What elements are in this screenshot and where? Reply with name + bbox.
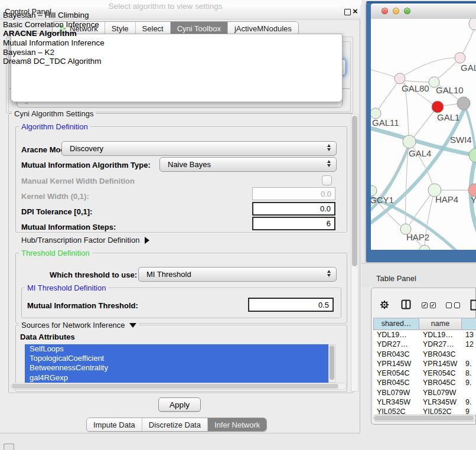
mi-steps-field[interactable]: 6: [252, 217, 335, 230]
table-cell: YBR043C: [373, 350, 419, 359]
mi-threshold-group-title: MI Threshold Definition: [25, 283, 108, 292]
tab-infer-network[interactable]: Infer Network: [207, 418, 266, 431]
gear-icon[interactable]: [380, 300, 389, 309]
algorithm-option-bayesian-k2[interactable]: Bayesian – K2: [2, 48, 474, 57]
tab-label: Discretize Data: [149, 419, 201, 431]
network-node-swi4[interactable]: [469, 148, 476, 162]
network-edge: [414, 111, 434, 137]
table-cell: YPR145W: [373, 359, 419, 369]
aracne-mode-value: Discovery: [70, 144, 103, 153]
columns-icon[interactable]: [401, 299, 411, 309]
mi-threshold-label: Mutual Information Threshold:: [27, 301, 138, 310]
algorithm-option-mutual-information-inference[interactable]: Mutual Information Inference: [2, 38, 474, 48]
node-label-gal4: GAL4: [409, 148, 431, 158]
network-node-gal80[interactable]: [395, 73, 405, 84]
table-cell: [462, 350, 476, 359]
node-label-gal1: GAL1: [437, 112, 459, 122]
mi-algorithm-type-combobox[interactable]: Naive Bayes: [159, 157, 337, 172]
apply-button[interactable]: Apply: [158, 397, 201, 412]
screen: Control Panel × NetworkStyleSelectCyni T…: [0, 0, 476, 450]
column-header-clipped[interactable]: [462, 318, 476, 330]
node-label-hap4: HAP4: [435, 194, 458, 204]
network-edge: [379, 83, 397, 109]
dpi-tolerance-field[interactable]: 0.0: [252, 202, 335, 216]
table-row[interactable]: YBR043CYBR043C: [373, 350, 476, 359]
column-header-shared[interactable]: shared…: [373, 318, 419, 330]
table-cell: YIL052C: [373, 407, 419, 415]
table-row[interactable]: YDR27…YDR27…12: [373, 340, 476, 349]
table-cell: YDL19…: [373, 330, 419, 340]
aracne-mode-combobox[interactable]: Discovery: [61, 141, 337, 156]
attribute-item-gal4rgexp[interactable]: gal4RGexp: [25, 373, 328, 383]
node-label-gcy1: GCY1: [371, 195, 394, 205]
mi-threshold-field[interactable]: 0.5: [248, 298, 334, 312]
mi-algorithm-type-label: Mutual Information Algorithm Type:: [21, 161, 151, 169]
table-row[interactable]: YBL079WYBL079W: [373, 388, 476, 397]
attribute-item-betweennesscentrality[interactable]: BetweennessCentrality: [25, 363, 328, 373]
table-row[interactable]: YER054CYER054C8.: [373, 369, 476, 378]
table-cell: YLR345W: [419, 397, 462, 407]
node-label-gal80: GAL80: [402, 83, 429, 93]
collapse-down-icon: [129, 323, 136, 328]
node-label-hap2: HAP2: [406, 232, 429, 242]
table-cell: YLR345W: [373, 397, 419, 407]
table-row[interactable]: YIL052CYIL052C9: [373, 407, 476, 415]
table-row[interactable]: YDL19…YDL19…13: [373, 330, 476, 340]
network-window-top-edge: [366, 1, 476, 3]
algorithm-popup-items: Bayesian – Hill ClimbingBasic Correlatio…: [2, 11, 474, 66]
network-edge: [471, 161, 476, 250]
page-icon[interactable]: [470, 299, 476, 311]
stepper-arrows-icon: [327, 160, 331, 167]
sources-hscrollbar-thumb[interactable]: [12, 384, 338, 389]
attribute-item-topologicalcoefficient[interactable]: TopologicalCoefficient: [25, 354, 328, 363]
attributes-vscrollbar-thumb[interactable]: [330, 345, 334, 380]
network-node-gray-node[interactable]: [457, 97, 470, 110]
attribute-item-selfloops[interactable]: SelfLoops: [25, 344, 328, 354]
sources-group-title: Sources for Network Inference: [21, 321, 125, 330]
expand-right-icon: [145, 237, 149, 244]
algorithm-definition-title: Algorithm Definition: [19, 122, 90, 131]
node-label-gal10: GAL10: [436, 85, 464, 95]
stepper-arrows-icon: [327, 270, 331, 277]
settings-vscrollbar-thumb[interactable]: [352, 116, 357, 266]
algorithm-option-aracne-algorithm[interactable]: ARACNE Algorithm: [2, 29, 474, 38]
data-attributes-label: Data Attributes: [20, 332, 75, 341]
table-cell: 9.: [462, 378, 476, 387]
sources-group-toggle[interactable]: Sources for Network Inference: [19, 321, 139, 330]
hub-definition-label: Hub/Transcription Factor Definition: [21, 236, 139, 244]
dpi-tolerance-label: DPI Tolerance [0,1]:: [21, 207, 92, 216]
manual-kernel-label: Manual Kernel Width Definition: [21, 177, 135, 185]
network-node-gal1[interactable]: [432, 101, 444, 113]
node-label-swi4: SWI4: [450, 135, 472, 145]
table-cell: YER054C: [373, 369, 419, 378]
unchecked-boxes-icon[interactable]: [446, 302, 460, 308]
column-header-name[interactable]: name: [419, 318, 462, 330]
table-header-row: shared…name: [373, 318, 476, 330]
tab-discretize-data[interactable]: Discretize Data: [142, 418, 207, 431]
table-cell: YER054C: [419, 369, 462, 378]
hub-definition-toggle[interactable]: Hub/Transcription Factor Definition: [21, 236, 149, 244]
node-label-y: Y: [471, 195, 476, 205]
table-cell: YBR045C: [373, 378, 419, 387]
manual-kernel-checkbox[interactable]: [322, 175, 332, 185]
table-row[interactable]: YBR045CYBR045C9.: [373, 378, 476, 387]
cyni-bottom-tab-strip: Impute DataDiscretize DataInfer Network: [86, 418, 267, 432]
node-label-gal11: GAL11: [372, 118, 399, 128]
table-hscrollbar-thumb[interactable]: [374, 416, 474, 420]
table-cell: 8.: [462, 369, 476, 378]
network-node-gal4[interactable]: [403, 135, 416, 148]
algorithm-option-bayesian-hill-climbing[interactable]: Bayesian – Hill Climbing: [2, 11, 474, 20]
algorithm-option-basic-correlation-inference[interactable]: Basic Correlation Inference: [2, 20, 474, 30]
table-row[interactable]: YPR145WYPR145W9.: [373, 359, 476, 369]
tab-label: Impute Data: [93, 419, 135, 431]
which-threshold-combobox[interactable]: MI Threshold: [138, 267, 337, 282]
network-edge: [466, 109, 475, 152]
kernel-width-field[interactable]: 0.0: [252, 187, 335, 200]
minimized-panel-icon[interactable]: [4, 444, 14, 450]
tab-impute-data[interactable]: Impute Data: [87, 418, 142, 431]
checked-boxes-icon[interactable]: ✓✓: [422, 302, 436, 308]
table-body: YDL19…YDL19…13YDR27…YDR27…12YBR043CYBR04…: [373, 330, 476, 415]
algorithm-option-dream8-dc-tdc-algorithm[interactable]: Dream8 DC_TDC Algorithm: [2, 57, 474, 66]
table-cell: YBR043C: [419, 350, 462, 359]
table-row[interactable]: YLR345WYLR345W9.: [373, 397, 476, 407]
